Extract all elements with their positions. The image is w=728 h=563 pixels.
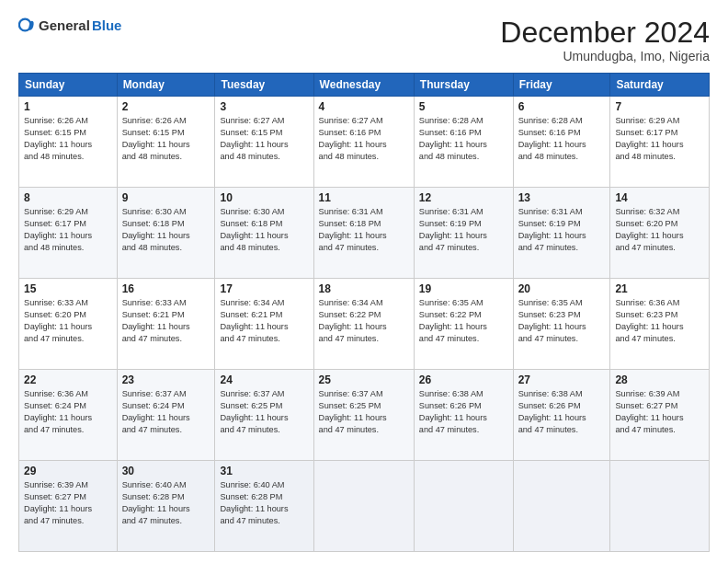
calendar-cell: 29Sunrise: 6:39 AM Sunset: 6:27 PM Dayli… <box>19 461 118 552</box>
day-number: 1 <box>24 99 112 114</box>
day-info: Sunrise: 6:37 AM Sunset: 6:25 PM Dayligh… <box>319 388 409 436</box>
day-number: 4 <box>319 99 409 114</box>
calendar-cell: 26Sunrise: 6:38 AM Sunset: 6:26 PM Dayli… <box>414 370 513 461</box>
calendar-cell: 15Sunrise: 6:33 AM Sunset: 6:20 PM Dayli… <box>19 279 118 370</box>
day-info: Sunrise: 6:39 AM Sunset: 6:27 PM Dayligh… <box>24 479 112 527</box>
header: GeneralBlue December 2024 Umundugba, Imo… <box>18 17 710 63</box>
calendar-cell: 20Sunrise: 6:35 AM Sunset: 6:23 PM Dayli… <box>513 279 610 370</box>
calendar-header-saturday: Saturday <box>610 74 710 97</box>
day-info: Sunrise: 6:35 AM Sunset: 6:23 PM Dayligh… <box>518 297 606 345</box>
day-info: Sunrise: 6:32 AM Sunset: 6:20 PM Dayligh… <box>615 206 704 254</box>
logo-blue: Blue <box>92 17 122 33</box>
day-info: Sunrise: 6:39 AM Sunset: 6:27 PM Dayligh… <box>615 388 704 436</box>
logo: GeneralBlue <box>18 17 121 33</box>
day-number: 30 <box>122 464 210 478</box>
calendar-cell: 27Sunrise: 6:38 AM Sunset: 6:26 PM Dayli… <box>513 370 610 461</box>
day-number: 25 <box>319 373 409 387</box>
calendar-week-row: 29Sunrise: 6:39 AM Sunset: 6:27 PM Dayli… <box>19 461 710 552</box>
day-info: Sunrise: 6:27 AM Sunset: 6:16 PM Dayligh… <box>319 115 409 163</box>
day-number: 6 <box>518 99 606 114</box>
calendar-week-row: 15Sunrise: 6:33 AM Sunset: 6:20 PM Dayli… <box>19 279 710 370</box>
calendar-cell: 19Sunrise: 6:35 AM Sunset: 6:22 PM Dayli… <box>414 279 513 370</box>
logo-icon <box>18 17 35 33</box>
day-info: Sunrise: 6:40 AM Sunset: 6:28 PM Dayligh… <box>122 479 210 527</box>
day-number: 27 <box>518 373 606 387</box>
day-number: 10 <box>220 190 308 205</box>
calendar-cell: 18Sunrise: 6:34 AM Sunset: 6:22 PM Dayli… <box>313 279 414 370</box>
calendar-cell: 3Sunrise: 6:27 AM Sunset: 6:15 PM Daylig… <box>215 97 313 188</box>
day-info: Sunrise: 6:38 AM Sunset: 6:26 PM Dayligh… <box>518 388 606 436</box>
calendar-cell: 14Sunrise: 6:32 AM Sunset: 6:20 PM Dayli… <box>610 188 710 279</box>
day-number: 19 <box>419 282 508 296</box>
day-info: Sunrise: 6:37 AM Sunset: 6:25 PM Dayligh… <box>220 388 308 436</box>
calendar-cell: 12Sunrise: 6:31 AM Sunset: 6:19 PM Dayli… <box>414 188 513 279</box>
day-number: 2 <box>122 99 210 114</box>
calendar-cell: 21Sunrise: 6:36 AM Sunset: 6:23 PM Dayli… <box>610 279 710 370</box>
calendar-cell: 9Sunrise: 6:30 AM Sunset: 6:18 PM Daylig… <box>117 188 215 279</box>
day-number: 20 <box>518 282 606 296</box>
calendar-header-thursday: Thursday <box>414 74 513 97</box>
calendar-header-sunday: Sunday <box>19 74 118 97</box>
day-number: 15 <box>24 282 112 296</box>
day-number: 11 <box>319 190 409 205</box>
calendar-cell: 13Sunrise: 6:31 AM Sunset: 6:19 PM Dayli… <box>513 188 610 279</box>
calendar-cell: 31Sunrise: 6:40 AM Sunset: 6:28 PM Dayli… <box>215 461 313 552</box>
calendar-cell <box>513 461 610 552</box>
calendar-cell: 17Sunrise: 6:34 AM Sunset: 6:21 PM Dayli… <box>215 279 313 370</box>
day-info: Sunrise: 6:34 AM Sunset: 6:21 PM Dayligh… <box>220 297 308 345</box>
day-number: 21 <box>615 282 704 296</box>
day-number: 7 <box>615 99 704 114</box>
day-number: 16 <box>122 282 210 296</box>
day-number: 8 <box>24 190 112 205</box>
logo-general: General <box>39 17 90 33</box>
calendar-cell: 8Sunrise: 6:29 AM Sunset: 6:17 PM Daylig… <box>19 188 118 279</box>
day-info: Sunrise: 6:36 AM Sunset: 6:24 PM Dayligh… <box>24 388 112 436</box>
calendar-week-row: 8Sunrise: 6:29 AM Sunset: 6:17 PM Daylig… <box>19 188 710 279</box>
calendar-table: SundayMondayTuesdayWednesdayThursdayFrid… <box>18 73 710 552</box>
calendar-header-wednesday: Wednesday <box>313 74 414 97</box>
day-number: 13 <box>518 190 606 205</box>
calendar-week-row: 1Sunrise: 6:26 AM Sunset: 6:15 PM Daylig… <box>19 97 710 188</box>
day-number: 9 <box>122 190 210 205</box>
calendar-header-friday: Friday <box>513 74 610 97</box>
calendar-cell: 22Sunrise: 6:36 AM Sunset: 6:24 PM Dayli… <box>19 370 118 461</box>
calendar-cell: 6Sunrise: 6:28 AM Sunset: 6:16 PM Daylig… <box>513 97 610 188</box>
day-info: Sunrise: 6:29 AM Sunset: 6:17 PM Dayligh… <box>615 115 704 163</box>
day-number: 12 <box>419 190 508 205</box>
day-info: Sunrise: 6:36 AM Sunset: 6:23 PM Dayligh… <box>615 297 704 345</box>
day-info: Sunrise: 6:31 AM Sunset: 6:19 PM Dayligh… <box>518 206 606 254</box>
calendar-cell: 28Sunrise: 6:39 AM Sunset: 6:27 PM Dayli… <box>610 370 710 461</box>
calendar-cell: 4Sunrise: 6:27 AM Sunset: 6:16 PM Daylig… <box>313 97 414 188</box>
calendar-cell: 24Sunrise: 6:37 AM Sunset: 6:25 PM Dayli… <box>215 370 313 461</box>
day-info: Sunrise: 6:26 AM Sunset: 6:15 PM Dayligh… <box>122 115 210 163</box>
day-info: Sunrise: 6:26 AM Sunset: 6:15 PM Dayligh… <box>24 115 112 163</box>
calendar-cell: 16Sunrise: 6:33 AM Sunset: 6:21 PM Dayli… <box>117 279 215 370</box>
day-info: Sunrise: 6:28 AM Sunset: 6:16 PM Dayligh… <box>518 115 606 163</box>
calendar-cell: 10Sunrise: 6:30 AM Sunset: 6:18 PM Dayli… <box>215 188 313 279</box>
day-number: 29 <box>24 464 112 478</box>
day-info: Sunrise: 6:27 AM Sunset: 6:15 PM Dayligh… <box>220 115 308 163</box>
calendar-cell: 5Sunrise: 6:28 AM Sunset: 6:16 PM Daylig… <box>414 97 513 188</box>
day-number: 24 <box>220 373 308 387</box>
day-info: Sunrise: 6:28 AM Sunset: 6:16 PM Dayligh… <box>419 115 508 163</box>
day-number: 31 <box>220 464 308 478</box>
day-info: Sunrise: 6:31 AM Sunset: 6:18 PM Dayligh… <box>319 206 409 254</box>
calendar-header-row: SundayMondayTuesdayWednesdayThursdayFrid… <box>19 74 710 97</box>
calendar-cell: 25Sunrise: 6:37 AM Sunset: 6:25 PM Dayli… <box>313 370 414 461</box>
day-number: 14 <box>615 190 704 205</box>
day-number: 17 <box>220 282 308 296</box>
day-number: 23 <box>122 373 210 387</box>
calendar-cell: 23Sunrise: 6:37 AM Sunset: 6:24 PM Dayli… <box>117 370 215 461</box>
calendar-cell: 30Sunrise: 6:40 AM Sunset: 6:28 PM Dayli… <box>117 461 215 552</box>
calendar-cell <box>610 461 710 552</box>
day-info: Sunrise: 6:37 AM Sunset: 6:24 PM Dayligh… <box>122 388 210 436</box>
day-info: Sunrise: 6:30 AM Sunset: 6:18 PM Dayligh… <box>122 206 210 254</box>
day-info: Sunrise: 6:29 AM Sunset: 6:17 PM Dayligh… <box>24 206 112 254</box>
calendar-cell <box>313 461 414 552</box>
day-info: Sunrise: 6:31 AM Sunset: 6:19 PM Dayligh… <box>419 206 508 254</box>
calendar-cell <box>414 461 513 552</box>
day-number: 28 <box>615 373 704 387</box>
day-info: Sunrise: 6:35 AM Sunset: 6:22 PM Dayligh… <box>419 297 508 345</box>
title-block: December 2024 Umundugba, Imo, Nigeria <box>500 17 710 63</box>
month-title: December 2024 <box>500 17 710 49</box>
